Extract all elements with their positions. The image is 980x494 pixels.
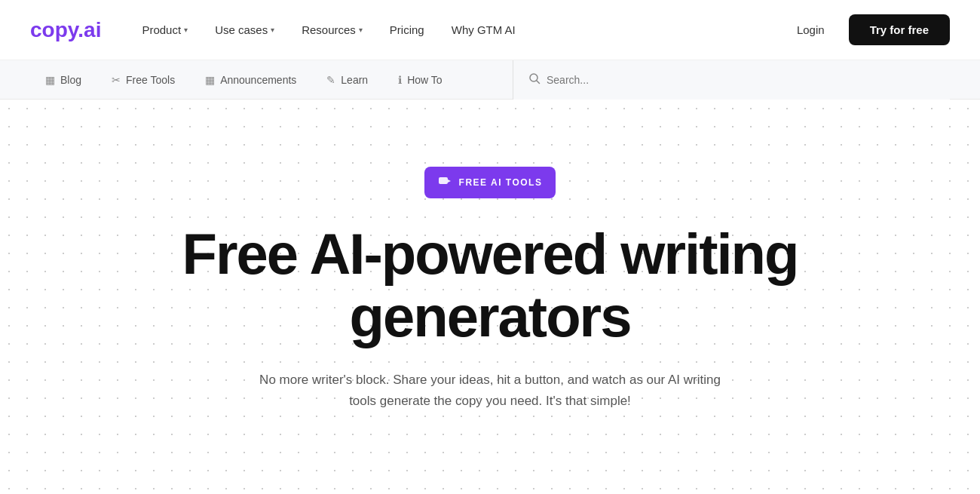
hero-title: Free AI-powered writing generators — [181, 222, 799, 348]
try-for-free-button[interactable]: Try for free — [849, 14, 950, 45]
svg-line-1 — [537, 81, 540, 84]
announcements-icon: ▦ — [205, 74, 215, 86]
sub-nav-announcements[interactable]: ▦ Announcements — [190, 68, 311, 92]
chevron-down-icon: ▾ — [271, 26, 274, 34]
search-icon — [528, 72, 541, 87]
nav-item-why-gtm[interactable]: Why GTM AI — [441, 17, 526, 42]
hero-section: FREE AI TOOLS Free AI-powered writing ge… — [0, 100, 980, 494]
login-button[interactable]: Login — [782, 16, 840, 44]
logo-text-accent: .ai — [78, 18, 101, 41]
nav-item-use-cases[interactable]: Use cases ▾ — [204, 17, 285, 42]
chevron-down-icon: ▾ — [359, 26, 363, 34]
search-input[interactable] — [547, 74, 935, 86]
nav-item-product[interactable]: Product ▾ — [131, 17, 198, 42]
chevron-down-icon: ▾ — [184, 26, 188, 34]
nav-item-pricing[interactable]: Pricing — [379, 17, 435, 42]
sub-nav-blog-label: Blog — [60, 74, 81, 86]
tools-icon: ✂ — [112, 74, 121, 86]
nav-actions: Login Try for free — [782, 14, 950, 45]
learn-icon: ✎ — [326, 74, 335, 86]
sub-nav-how-to[interactable]: ℹ How To — [383, 68, 457, 92]
nav-item-resources[interactable]: Resources ▾ — [291, 17, 373, 42]
sub-nav-learn[interactable]: ✎ Learn — [311, 68, 383, 92]
svg-marker-3 — [448, 179, 451, 183]
logo[interactable]: copy.ai — [30, 18, 101, 42]
sub-nav-how-to-label: How To — [407, 74, 442, 86]
sub-nav-left: ▦ Blog ✂ Free Tools ▦ Announcements ✎ Le… — [30, 68, 513, 92]
blog-icon: ▦ — [45, 74, 55, 86]
badge-icon — [438, 174, 452, 191]
sub-nav-announcements-label: Announcements — [220, 74, 296, 86]
logo-text-main: copy — [30, 18, 78, 41]
main-nav: copy.ai Product ▾ Use cases ▾ Resources … — [0, 0, 980, 60]
hero-badge: FREE AI TOOLS — [424, 167, 556, 198]
nav-item-why-gtm-label: Why GTM AI — [452, 23, 516, 36]
sub-nav-free-tools[interactable]: ✂ Free Tools — [96, 68, 190, 92]
sub-nav-blog[interactable]: ▦ Blog — [30, 68, 96, 92]
nav-item-pricing-label: Pricing — [390, 23, 424, 36]
how-to-icon: ℹ — [398, 74, 402, 86]
nav-item-use-cases-label: Use cases — [215, 23, 268, 36]
sub-nav-search — [513, 60, 950, 100]
sub-nav: ▦ Blog ✂ Free Tools ▦ Announcements ✎ Le… — [0, 60, 980, 100]
nav-item-resources-label: Resources — [302, 23, 356, 36]
hero-badge-text: FREE AI TOOLS — [459, 177, 543, 188]
hero-subtitle: No more writer's block. Share your ideas… — [256, 370, 724, 412]
sub-nav-free-tools-label: Free Tools — [126, 74, 175, 86]
svg-rect-2 — [439, 177, 448, 184]
nav-links: Product ▾ Use cases ▾ Resources ▾ Pricin… — [131, 17, 782, 42]
nav-item-product-label: Product — [142, 23, 181, 36]
sub-nav-learn-label: Learn — [341, 74, 368, 86]
